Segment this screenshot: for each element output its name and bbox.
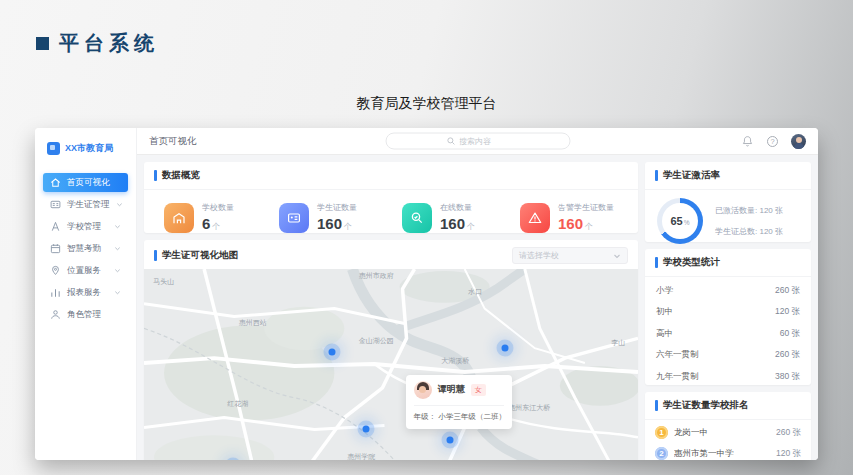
school-type-row: 高中60 张 (656, 323, 800, 345)
stat-school-count: 学校数量 6个 (164, 202, 234, 233)
data-overview-title: 数据概览 (162, 169, 200, 182)
content-area: 数据概览 学校数量 6个 (137, 155, 818, 460)
right-column: 学生证激活率 65 % 已激活数量: 120 张 学生证总数: 120 张 (645, 162, 811, 453)
chevron-down-icon (114, 289, 121, 296)
chevron-down-icon (114, 245, 121, 252)
student-avatar (414, 381, 432, 399)
map-roads-graphic (144, 269, 638, 460)
calendar-icon (50, 243, 61, 254)
map-place-label: 马头山 (153, 277, 174, 287)
map-place-label: 红花湖 (227, 399, 248, 409)
chevron-down-icon (613, 252, 621, 260)
sidebar: XX市教育局 首页可视化 学生证管理 学校管理 智慧考勤 (35, 128, 137, 460)
section-accent-bar (655, 170, 658, 181)
stat-value: 160个 (558, 215, 593, 232)
map-place-label: 惠州西站 (239, 318, 267, 328)
bell-icon[interactable] (741, 135, 754, 148)
brand: XX市教育局 (35, 136, 136, 165)
stat-alert-card-count: 告警学生证数量 160个 (520, 202, 614, 233)
school-type-header: 学校类型统计 (645, 249, 811, 277)
student-popup[interactable]: 谭明慧 女 年级： 小学三年级（二班） (406, 375, 512, 429)
search-input[interactable] (459, 137, 509, 146)
home-icon (50, 177, 61, 188)
school-select-dropdown[interactable]: 请选择学校 (512, 247, 628, 264)
sidebar-item-home-visualization[interactable]: 首页可视化 (43, 173, 128, 192)
stat-student-card-count: 学生证数量 160个 (279, 202, 357, 233)
stat-label: 学生证数量 (317, 202, 357, 213)
map-place-label: 惠州东江大桥 (508, 403, 550, 413)
student-grade: 年级： 小学三年级（二班） (414, 406, 504, 422)
sidebar-item-student-card-mgmt[interactable]: 学生证管理 (43, 195, 128, 214)
breadcrumb: 首页可视化 (149, 135, 197, 148)
sidebar-item-report-service[interactable]: 报表服务 (43, 283, 128, 302)
id-card-icon (50, 199, 61, 210)
dashboard-window: XX市教育局 首页可视化 学生证管理 学校管理 智慧考勤 (35, 128, 818, 460)
stat-unit: 个 (585, 222, 593, 231)
sidebar-item-role-mgmt[interactable]: 角色管理 (43, 305, 128, 324)
sidebar-item-label: 报表服务 (67, 287, 101, 299)
slide-subtitle: 教育局及学校管理平台 (0, 95, 853, 113)
activation-header: 学生证激活率 (645, 162, 811, 190)
sidebar-item-location-service[interactable]: 位置服务 (43, 261, 128, 280)
school-building-icon (164, 203, 194, 233)
school-type-card: 学校类型统计 小学260 张 初中120 张 高中60 张 六年一贯制260 张… (645, 249, 811, 385)
map-place-label: 惠州市政府 (359, 271, 394, 281)
bar-chart-icon (50, 287, 61, 298)
activation-rate-card: 学生证激活率 65 % 已激活数量: 120 张 学生证总数: 120 张 (645, 162, 811, 242)
chevron-down-icon (114, 267, 121, 274)
student-name: 谭明慧 (438, 383, 465, 396)
brand-name: XX市教育局 (65, 142, 113, 155)
search-icon (446, 137, 455, 146)
student-map-marker[interactable] (328, 349, 335, 356)
alert-triangle-icon (520, 203, 550, 233)
map-place-label: 金山湖公园 (359, 336, 394, 346)
data-overview-card: 数据概览 学校数量 6个 (144, 162, 638, 233)
chevron-down-icon (114, 223, 121, 230)
stat-value: 160个 (317, 215, 352, 232)
topbar: 首页可视化 ? (137, 128, 818, 155)
brand-logo-icon (47, 142, 60, 155)
activation-donut-center: 65 % (662, 203, 698, 239)
stat-label: 在线数量 (440, 202, 475, 213)
map-place-label: 大湖溪桥 (441, 356, 469, 366)
stat-label: 告警学生证数量 (558, 202, 614, 213)
person-icon (50, 309, 61, 320)
school-type-row: 初中120 张 (656, 302, 800, 324)
ranking-title: 学生证数量学校排名 (663, 399, 749, 412)
sidebar-item-smart-attendance[interactable]: 智慧考勤 (43, 239, 128, 258)
user-avatar[interactable] (791, 134, 806, 149)
section-accent-bar (154, 250, 157, 261)
location-pin-icon (50, 265, 61, 276)
sidebar-item-label: 角色管理 (67, 309, 101, 321)
stats-row: 学校数量 6个 学生证数量 160个 (144, 190, 638, 233)
title-bullet-square (36, 37, 49, 50)
slide-title: 平台系统 (36, 30, 159, 57)
stat-value: 160个 (440, 215, 475, 232)
school-type-row: 小学260 张 (656, 280, 800, 302)
stat-unit: 个 (467, 222, 475, 231)
student-map-marker[interactable] (447, 436, 454, 443)
section-accent-bar (655, 257, 658, 268)
city-map[interactable]: 马头山 惠州市政府 水口 惠州西站 红花湖 大湖溪桥 金山湖公园 惠州学院 惠州… (144, 269, 638, 460)
activation-percent: 65 (670, 215, 682, 227)
activation-title: 学生证激活率 (663, 169, 720, 182)
map-place-label: 惠州学院 (347, 452, 375, 460)
help-icon[interactable]: ? (767, 136, 778, 147)
map-place-label: 水口 (468, 287, 482, 297)
student-map-marker[interactable] (501, 345, 508, 352)
stat-value: 6个 (202, 215, 220, 232)
student-map-marker[interactable] (363, 426, 370, 433)
ranking-rows: 1 龙岗一中 260 张 2 惠州市第一中学 120 张 3 第一小学 (645, 420, 811, 460)
silver-medal-icon: 2 (655, 447, 668, 460)
search-box[interactable] (385, 133, 570, 150)
stat-unit: 个 (212, 222, 220, 231)
sidebar-item-label: 学生证管理 (67, 199, 110, 211)
school-type-row: 九年一贯制380 张 (656, 366, 800, 388)
sidebar-item-school-mgmt[interactable]: 学校管理 (43, 217, 128, 236)
sidebar-menu: 首页可视化 学生证管理 学校管理 智慧考勤 位置服务 (35, 173, 136, 324)
school-select-placeholder: 请选择学校 (519, 250, 559, 261)
ranking-header: 学生证数量学校排名 (645, 392, 811, 420)
stat-label: 学校数量 (202, 202, 234, 213)
gender-badge: 女 (471, 384, 486, 396)
activation-lines: 已激活数量: 120 张 学生证总数: 120 张 (715, 205, 783, 237)
